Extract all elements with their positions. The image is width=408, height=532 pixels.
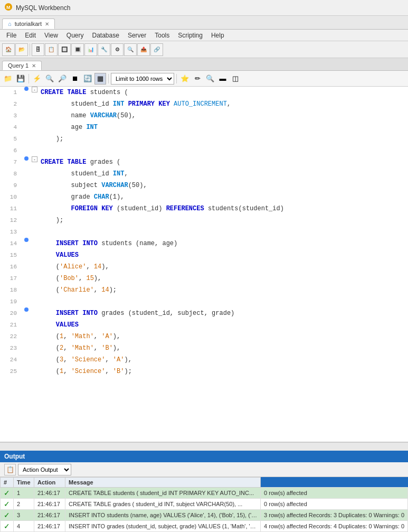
run-dot-20 [24,307,29,312]
col-message: Message [65,478,261,488]
code-line-8: 8 student_id INT, [0,168,408,180]
explain-btn[interactable]: 🔎 [56,73,68,85]
toolbar-btn-10[interactable]: 🔍 [124,43,137,56]
row1-num: 1 [14,488,34,499]
refresh-btn[interactable]: 🔄 [82,73,93,85]
query-tab-label: Query 1 [8,62,29,69]
toolbar-open[interactable]: 📂 [15,43,28,56]
toolbar-btn-5[interactable]: 🔲 [58,43,71,56]
toolbar-btn-7[interactable]: 📊 [84,43,97,56]
code-line-12: 12 ); [0,214,408,226]
menu-tools[interactable]: Tools [150,31,174,40]
code-line-6: 6 [0,145,408,156]
menu-bar: File Edit View Query Database Server Too… [0,30,408,41]
row2-status: ✓ [1,499,14,510]
menu-scripting[interactable]: Scripting [174,31,207,40]
editor-content: 1 - CREATE TABLE students ( 2 student_id… [0,87,408,377]
main-toolbar: 🏠 📂 🗄 📋 🔲 🔳 📊 🔧 ⚙ 🔍 📤 🔗 [0,41,408,58]
row3-message: 3 row(s) affected Records: 3 Duplicates:… [261,510,408,521]
code-line-3: 3 name VARCHAR(50), [0,110,408,122]
tab-bar: ⌂ tutorialkart ✕ [0,16,408,30]
open-file-btn[interactable]: 📁 [2,73,14,85]
query-tab-bar: Query 1 ✕ [0,58,408,71]
row1-status: ✓ [1,488,14,499]
code-line-25: 25 (1, 'Science', 'B'); [0,366,408,377]
code-line-13: 13 [0,226,408,238]
execute-all-btn[interactable]: ⚡ [31,73,43,85]
svg-text:M: M [6,5,11,10]
tab-tutorialkart[interactable]: ⌂ tutorialkart ✕ [2,18,55,29]
run-dot-7 [24,156,29,161]
fold-icon-1[interactable]: - [32,87,37,92]
row4-status: ✓ [1,521,14,532]
code-line-18: 18 ('Charlie', 14); [0,284,408,296]
row3-status: ✓ [1,510,14,521]
output-panel: Output 📋 Action Output Text Output Histo… [0,451,408,532]
output-row-4: ✓ 4 21:46:17 INSERT INTO grades (student… [1,521,408,532]
toggle-btn[interactable]: ▦ [94,73,106,85]
menu-file[interactable]: File [2,31,21,40]
menu-database[interactable]: Database [88,31,124,40]
row4-num: 4 [14,521,34,532]
toolbar-btn-8[interactable]: 🔧 [98,43,110,56]
run-dot-1 [24,87,29,91]
menu-server[interactable]: Server [124,31,150,40]
toolbar-btn-11[interactable]: 📤 [137,43,150,56]
app-icon: M [4,3,13,13]
execute-selection-btn[interactable]: 🔍 [44,73,55,85]
toolbar-new-connection[interactable]: 🏠 [2,43,15,56]
output-type-select[interactable]: Action Output Text Output History Output [18,464,71,475]
col-action: Action [34,478,65,488]
bookmark-btn[interactable]: ⭐ [179,73,191,85]
row2-message: 0 row(s) affected [261,499,408,510]
row1-action: CREATE TABLE students ( student_id INT P… [65,488,261,499]
code-line-7: 7 - CREATE TABLE grades ( [0,156,408,168]
code-line-14: 14 INSERT INTO students (name, age) [0,238,408,249]
sidebar-toggle-btn[interactable]: ◫ [230,73,241,85]
limit-select[interactable]: Limit to 1000 rows Limit to 500 rows Don… [111,73,174,85]
row2-num: 2 [14,499,34,510]
menu-query[interactable]: Query [62,31,88,40]
menu-edit[interactable]: Edit [21,31,40,40]
toolbar-btn-4[interactable]: 📋 [45,43,58,56]
code-line-22: 22 (1, 'Math', 'A'), [0,331,408,342]
col-hash: # [1,478,14,488]
output-table-wrapper: # Time Action Message ✓ 1 21:46:17 CREAT… [0,477,408,532]
query-tab-close[interactable]: ✕ [32,63,36,69]
toolbar-btn-3[interactable]: 🗄 [32,43,44,56]
menu-view[interactable]: View [40,31,62,40]
code-line-24: 24 (3, 'Science', 'A'), [0,354,408,366]
code-line-20: 20 INSERT INTO grades (student_id, subje… [0,307,408,319]
toolbar-btn-12[interactable]: 🔗 [150,43,163,56]
editor-wrapper[interactable]: 1 - CREATE TABLE students ( 2 student_id… [0,87,408,442]
toolbar-btn-6[interactable]: 🔳 [71,43,84,56]
tab-close[interactable]: ✕ [45,21,49,27]
fold-icon-7[interactable]: - [32,156,37,162]
code-line-16: 16 ('Alice', 14), [0,261,408,273]
horizontal-scrollbar[interactable] [0,442,408,451]
home-icon: ⌂ [8,21,12,27]
search-btn[interactable]: 🔍 [204,73,216,85]
toolbar-separator-1 [30,43,30,56]
output-icon-btn[interactable]: 📋 [4,464,16,475]
col-time: Time [14,478,34,488]
code-line-4: 4 age INT [0,122,408,133]
toolbar-btn-9[interactable]: ⚙ [111,43,124,56]
q-separator-2 [108,74,109,83]
col-toggle-btn[interactable]: ▬ [217,73,229,85]
output-toolbar: 📋 Action Output Text Output History Outp… [0,462,408,477]
output-table: # Time Action Message ✓ 1 21:46:17 CREAT… [0,477,408,532]
editor-output-wrapper: 1 - CREATE TABLE students ( 2 student_id… [0,87,408,532]
format-btn[interactable]: ✏ [192,73,203,85]
scroll-spacer [0,443,408,443]
stop-btn[interactable]: ⏹ [69,73,81,85]
save-btn[interactable]: 💾 [15,73,26,85]
query-tab-1[interactable]: Query 1 ✕ [2,61,42,70]
q-separator-3 [176,74,177,83]
query-toolbar: 📁 💾 ⚡ 🔍 🔎 ⏹ 🔄 ▦ Limit to 1000 rows Limit… [0,71,408,87]
menu-help[interactable]: Help [207,31,229,40]
tab-label: tutorialkart [15,21,42,27]
code-line-15: 15 VALUES [0,249,408,261]
row4-time: 21:46:17 [34,521,65,532]
row4-action: INSERT INTO grades (student_id, subject,… [65,521,261,532]
